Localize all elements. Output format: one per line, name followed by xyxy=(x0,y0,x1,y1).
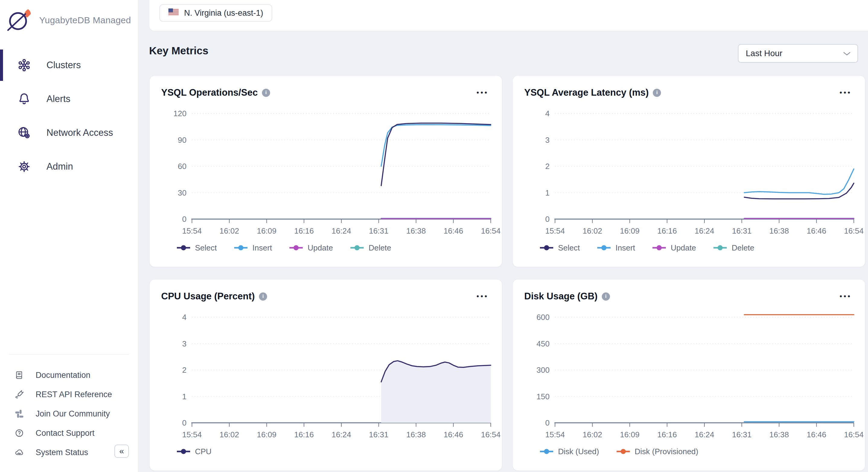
collapse-icon: « xyxy=(119,446,124,456)
svg-text:1: 1 xyxy=(182,392,187,401)
svg-text:16:16: 16:16 xyxy=(294,430,314,439)
footer-link-label: Documentation xyxy=(36,371,91,380)
svg-text:16:31: 16:31 xyxy=(369,226,389,235)
sidebar-footer: Documentation REST API Reference xyxy=(9,354,129,462)
legend-marker-icon xyxy=(597,245,611,251)
sidebar-item-label: Network Access xyxy=(46,127,113,138)
legend-label: CPU xyxy=(195,447,212,456)
svg-text:0: 0 xyxy=(546,215,550,224)
legend-item[interactable]: Select xyxy=(540,243,580,253)
more-menu-icon[interactable]: ••• xyxy=(840,293,852,300)
svg-text:16:24: 16:24 xyxy=(694,226,714,235)
page-title: Key Metrics xyxy=(149,45,208,57)
legend-label: Update xyxy=(671,243,696,253)
svg-text:15:54: 15:54 xyxy=(545,226,565,235)
sidebar-item-label: Alerts xyxy=(46,94,70,104)
svg-text:30: 30 xyxy=(178,188,187,197)
info-icon[interactable]: i xyxy=(602,292,610,301)
cloud-status-icon xyxy=(14,447,24,457)
collapse-sidebar-button[interactable]: « xyxy=(114,444,129,458)
link-join-our-community[interactable]: Join Our Community xyxy=(9,404,129,423)
region-chip[interactable]: N. Virginia (us-east-1) xyxy=(159,4,272,22)
link-rest-api-reference[interactable]: REST API Reference xyxy=(9,385,129,404)
info-icon[interactable]: i xyxy=(653,89,661,97)
card-disk-usage: Disk Usage (GB) i ••• 015030045060015:54… xyxy=(513,279,865,471)
sidebar-item-network-access[interactable]: Network Access xyxy=(0,116,138,150)
sidebar-item-alerts[interactable]: Alerts xyxy=(0,82,138,116)
legend-item[interactable]: Disk (Provisioned) xyxy=(617,447,699,456)
chart-legend: SelectInsertUpdateDelete xyxy=(177,240,391,255)
legend-item[interactable]: Delete xyxy=(350,243,391,253)
legend-item[interactable]: Insert xyxy=(597,243,635,253)
legend-marker-icon xyxy=(617,448,630,454)
bell-icon xyxy=(17,92,31,106)
svg-text:16:38: 16:38 xyxy=(406,226,426,235)
svg-text:16:09: 16:09 xyxy=(257,226,276,235)
svg-text:16:09: 16:09 xyxy=(257,430,276,439)
svg-text:16:09: 16:09 xyxy=(620,430,640,439)
more-menu-icon[interactable]: ••• xyxy=(476,293,489,300)
legend-item[interactable]: Select xyxy=(177,243,217,253)
metrics-grid: YSQL Operations/Sec i ••• 030609012015:5… xyxy=(149,75,865,471)
svg-text:16:31: 16:31 xyxy=(732,430,751,439)
card-ysql-latency: YSQL Average Latency (ms) i ••• 0123415:… xyxy=(513,75,865,267)
svg-text:16:54: 16:54 xyxy=(844,430,864,439)
legend-label: Insert xyxy=(252,243,272,253)
legend-item[interactable]: Update xyxy=(652,243,696,253)
legend-marker-icon xyxy=(652,245,666,251)
legend-label: Select xyxy=(558,243,580,253)
legend-marker-icon xyxy=(234,245,247,251)
time-range-select[interactable]: Last Hour xyxy=(738,44,858,63)
legend-item[interactable]: Delete xyxy=(713,243,754,253)
svg-text:16:46: 16:46 xyxy=(807,430,826,439)
card-title: YSQL Average Latency (ms) xyxy=(524,87,649,98)
legend-item[interactable]: Disk (Used) xyxy=(540,447,599,456)
info-icon[interactable]: i xyxy=(259,292,267,301)
legend-marker-icon xyxy=(540,448,553,454)
legend-marker-icon xyxy=(177,448,190,454)
svg-text:16:31: 16:31 xyxy=(732,226,751,235)
more-menu-icon[interactable]: ••• xyxy=(476,89,489,96)
svg-text:1: 1 xyxy=(546,188,550,197)
line-chart-canvas[interactable]: 0123415:5416:0216:0916:1616:2416:3116:38… xyxy=(513,107,865,249)
sidebar: YugabyteDB Managed Clusters xyxy=(0,0,138,472)
book-icon xyxy=(14,370,24,380)
svg-text:60: 60 xyxy=(178,162,187,171)
legend-marker-icon xyxy=(177,245,190,251)
slack-icon xyxy=(14,409,24,418)
area-chart-canvas[interactable]: 0123415:5416:0216:0916:1616:2416:3116:38… xyxy=(150,311,502,453)
svg-text:2: 2 xyxy=(546,162,550,171)
legend-item[interactable]: CPU xyxy=(177,447,212,456)
chevron-down-icon xyxy=(843,49,851,58)
card-title: CPU Usage (Percent) xyxy=(161,291,255,302)
card-header: YSQL Average Latency (ms) i ••• xyxy=(513,76,865,98)
legend-label: Update xyxy=(308,243,333,253)
top-panel: N. Virginia (us-east-1) xyxy=(149,0,868,31)
footer-link-label: System Status xyxy=(36,448,88,457)
svg-text:15:54: 15:54 xyxy=(182,430,202,439)
chart-legend: Disk (Used)Disk (Provisioned) xyxy=(540,444,699,459)
footer-link-label: Join Our Community xyxy=(36,409,110,418)
legend-item[interactable]: Update xyxy=(289,243,333,253)
sidebar-item-label: Admin xyxy=(46,161,73,172)
info-icon[interactable]: i xyxy=(262,89,270,97)
line-chart-canvas[interactable]: 030609012015:5416:0216:0916:1616:2416:31… xyxy=(150,107,502,249)
legend-marker-icon xyxy=(289,245,303,251)
sidebar-item-clusters[interactable]: Clusters xyxy=(0,48,138,82)
svg-text:300: 300 xyxy=(537,366,550,375)
link-documentation[interactable]: Documentation xyxy=(9,366,129,385)
legend-label: Delete xyxy=(732,243,754,253)
line-chart-canvas[interactable]: 015030045060015:5416:0216:0916:1616:2416… xyxy=(513,311,865,453)
legend-label: Delete xyxy=(369,243,391,253)
gear-icon xyxy=(17,159,31,174)
brand: YugabyteDB Managed xyxy=(0,0,138,33)
link-contact-support[interactable]: Contact Support xyxy=(9,423,129,443)
link-system-status[interactable]: System Status xyxy=(9,443,129,462)
legend-marker-icon xyxy=(713,245,727,251)
more-menu-icon[interactable]: ••• xyxy=(840,89,852,96)
legend-item[interactable]: Insert xyxy=(234,243,272,253)
svg-text:15:54: 15:54 xyxy=(182,226,202,235)
footer-link-label: REST API Reference xyxy=(36,390,112,399)
sidebar-item-admin[interactable]: Admin xyxy=(0,150,138,184)
legend-marker-icon xyxy=(540,245,553,251)
